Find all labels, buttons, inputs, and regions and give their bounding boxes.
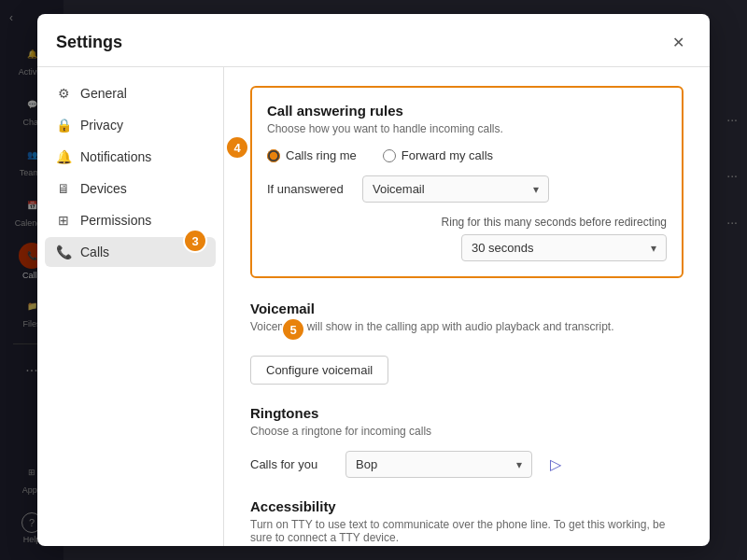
call-answering-desc: Choose how you want to handle incoming c… (267, 122, 667, 135)
app-background: ‹ › 🔔 Activity 💬 Chat 👥 Teams 📅 Calendar… (0, 0, 747, 560)
play-ringtone-button[interactable]: ▷ (543, 453, 568, 477)
nav-item-notifications[interactable]: 🔔 Notifications (45, 142, 216, 172)
ringtone-row: Calls for you Bop ▾ ▷ (250, 451, 684, 478)
play-icon: ▷ (550, 455, 561, 473)
radio-forward-calls[interactable]: Forward my calls (383, 148, 493, 162)
voicemail-chevron-icon: ▾ (533, 183, 539, 196)
devices-icon: 🖥 (56, 181, 71, 196)
call-answering-title: Call answering rules (267, 103, 667, 119)
call-option-row: Calls ring me Forward my calls (267, 148, 667, 162)
seconds-select[interactable]: 30 seconds ▾ (461, 234, 667, 261)
nav-label-devices: Devices (80, 181, 127, 196)
voicemail-value: Voicemail (373, 182, 425, 196)
settings-dialog: Settings ✕ ⚙ General 🔒 Privacy 🔔 (37, 14, 710, 546)
accessibility-desc: Turn on TTY to use text to communicate o… (250, 518, 684, 544)
radio-calls-ring-me[interactable]: Calls ring me (267, 148, 357, 162)
calls-for-you-label: Calls for you (250, 457, 334, 471)
ringtone-value: Bop (356, 457, 377, 471)
settings-content: Call answering rules Choose how you want… (224, 67, 710, 546)
radio-forward-calls-input[interactable] (383, 149, 396, 162)
close-button[interactable]: ✕ (665, 29, 691, 55)
nav-item-general[interactable]: ⚙ General (45, 78, 216, 108)
ringtones-desc: Choose a ringtone for incoming calls (250, 425, 684, 438)
nav-label-privacy: Privacy (80, 118, 123, 133)
if-unanswered-row: If unanswered Voicemail ▾ (267, 175, 667, 203)
calls-nav-icon: 📞 (56, 245, 71, 259)
nav-item-privacy[interactable]: 🔒 Privacy (45, 110, 216, 140)
notifications-icon: 🔔 (56, 149, 71, 164)
nav-label-general: General (80, 86, 127, 101)
call-answering-section: Call answering rules Choose how you want… (250, 86, 684, 278)
voicemail-title: Voicemail (250, 301, 684, 316)
nav-label-permissions: Permissions (80, 213, 151, 228)
modal-overlay: Settings ✕ ⚙ General 🔒 Privacy 🔔 (0, 0, 747, 560)
radio-calls-ring-me-label: Calls ring me (286, 148, 357, 162)
nav-label-notifications: Notifications (80, 149, 151, 164)
radio-forward-calls-label: Forward my calls (402, 148, 493, 162)
ringtones-section: Ringtones Choose a ringtone for incoming… (250, 405, 684, 478)
voicemail-desc: Voicemails will show in the calling app … (250, 320, 684, 333)
radio-calls-ring-me-input[interactable] (267, 149, 280, 162)
ring-seconds-section: Ring for this many seconds before redire… (267, 216, 667, 261)
badge-3: 3 (183, 229, 207, 253)
accessibility-title: Accessibility (250, 498, 684, 514)
ring-label: Ring for this many seconds before redire… (442, 216, 667, 229)
badge-5: 5 (281, 317, 305, 342)
dialog-header: Settings ✕ (37, 14, 710, 67)
settings-nav: ⚙ General 🔒 Privacy 🔔 Notifications 🖥 De… (37, 67, 224, 546)
nav-item-devices[interactable]: 🖥 Devices (45, 174, 216, 203)
voicemail-select[interactable]: Voicemail ▾ (362, 175, 549, 203)
nav-label-calls: Calls (80, 245, 109, 259)
voicemail-section: Voicemail Voicemails will show in the ca… (250, 301, 684, 385)
configure-voicemail-button[interactable]: Configure voicemail (250, 356, 388, 385)
permissions-icon: ⊞ (56, 213, 71, 228)
privacy-icon: 🔒 (56, 118, 71, 133)
ringtone-chevron-icon: ▾ (516, 458, 522, 471)
ringtone-select[interactable]: Bop ▾ (345, 451, 532, 478)
accessibility-section: Accessibility Turn on TTY to use text to… (250, 498, 684, 546)
dialog-title: Settings (56, 33, 122, 52)
ringtones-title: Ringtones (250, 405, 684, 421)
seconds-value: 30 seconds (472, 241, 534, 255)
badge-4: 4 (225, 135, 249, 160)
seconds-chevron-icon: ▾ (651, 242, 656, 255)
dialog-body: ⚙ General 🔒 Privacy 🔔 Notifications 🖥 De… (37, 67, 710, 546)
if-unanswered-label: If unanswered (267, 182, 351, 196)
general-icon: ⚙ (56, 86, 71, 101)
